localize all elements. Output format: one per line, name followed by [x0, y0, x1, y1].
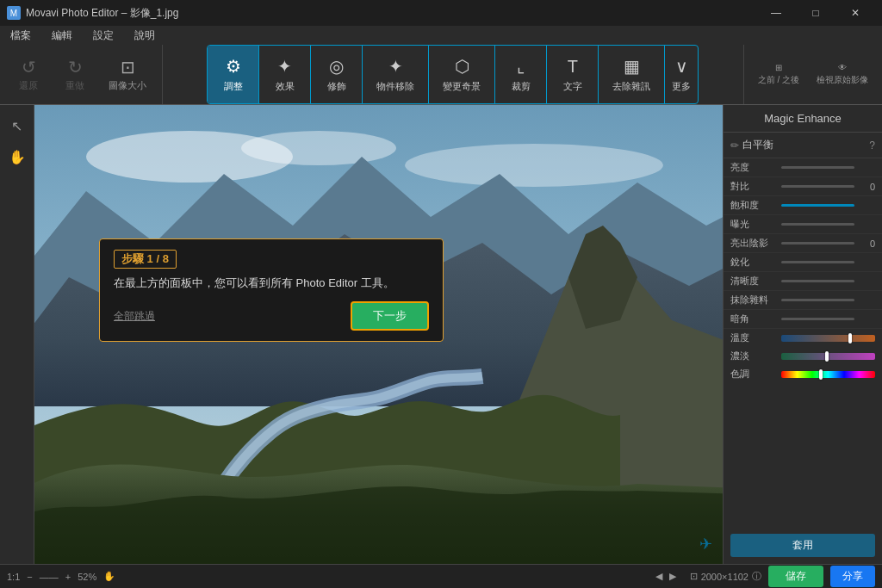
undo-button[interactable]: ↺ 還原	[7, 53, 50, 96]
tutorial-step-label: 步驟 1 / 8	[114, 250, 177, 269]
tint-slider[interactable]	[781, 353, 875, 360]
white-balance-row: ✏ 白平衡 ?	[724, 133, 882, 158]
window-title: Movavi Photo Editor – 影像_1.jpg	[26, 6, 178, 21]
canvas-area[interactable]: 步驟 1 / 8 在最上方的面板中，您可以看到所有 Photo Editor 工…	[34, 105, 723, 564]
tool-object-remove[interactable]: ✦ 物件移除	[363, 46, 429, 103]
saturation-label: 飽和度	[730, 199, 778, 212]
brightness-slider[interactable]	[781, 166, 854, 169]
saturation-slider[interactable]	[781, 204, 854, 207]
contrast-value: 0	[858, 182, 875, 192]
image-size-icon: ⊡	[121, 57, 135, 77]
nav-next[interactable]: ▶	[669, 571, 676, 582]
temperature-label: 溫度	[730, 331, 778, 344]
hue-slider[interactable]	[781, 371, 875, 378]
retouch-icon: ◎	[329, 56, 344, 77]
menu-help[interactable]: 說明	[131, 27, 158, 45]
app-icon: M	[7, 6, 21, 20]
menu-bar: 檔案 編輯 設定 說明	[0, 26, 882, 45]
save-button[interactable]: 儲存	[768, 566, 823, 587]
vignette-slider[interactable]	[781, 318, 854, 320]
tool-effects[interactable]: ✦ 效果	[259, 46, 311, 103]
help-icon[interactable]: ?	[869, 139, 875, 152]
tint-label: 濃淡	[730, 350, 778, 362]
menu-edit[interactable]: 編輯	[48, 27, 76, 45]
hand-tool[interactable]: ✋	[3, 143, 31, 170]
crop-icon: ⌞	[517, 56, 525, 77]
cursor-tool[interactable]: ↖	[3, 112, 31, 139]
eye-icon: 👁	[838, 63, 847, 72]
redo-button[interactable]: ↻ 重做	[53, 53, 96, 96]
tool-text[interactable]: T 文字	[547, 46, 599, 103]
panel-title: Magic Enhance	[724, 105, 882, 133]
brightness-row: 亮度	[724, 158, 882, 177]
clarity-slider[interactable]	[781, 280, 854, 282]
white-balance-label: 白平衡	[742, 138, 866, 152]
effects-icon: ✦	[277, 56, 292, 77]
nav-prev[interactable]: ◀	[655, 571, 662, 582]
apply-button[interactable]: 套用	[730, 534, 875, 557]
right-panel: Magic Enhance ✏ 白平衡 ? 亮度 對比 0 飽和度 曝光	[723, 105, 882, 564]
tutorial-next-button[interactable]: 下一步	[351, 301, 429, 331]
detect-original-button[interactable]: 👁 檢視原始影像	[810, 59, 875, 90]
main-area: ↖ ✋	[0, 105, 882, 564]
brightness-label: 亮度	[730, 161, 778, 174]
before-after-icon: ⊞	[775, 63, 782, 72]
shadow-label: 亮出陰影	[730, 237, 778, 250]
image-size: ⊡ 2000×1102 ⓘ	[690, 570, 761, 583]
tool-adjust[interactable]: ⚙ 調整	[208, 46, 259, 103]
status-bar: 1:1 − —— + 52% ✋ ◀ ▶ ⊡ 2000×1102 ⓘ 儲存 分享	[0, 564, 882, 588]
zoom-level: 52%	[78, 572, 96, 582]
close-button[interactable]: ✕	[835, 0, 875, 26]
tool-group: ⚙ 調整 ✦ 效果 ◎ 修飾 ✦ 物件移除 ⬡ 變更奇景 ⌞ 裁剪	[207, 45, 699, 104]
more-icon: ∨	[675, 56, 688, 77]
exposure-label: 曝光	[730, 218, 778, 231]
tutorial-skip-link[interactable]: 全部跳過	[114, 309, 155, 324]
main-toolbar: ↺ 還原 ↻ 重做 ⊡ 圖像大小 ⚙ 調整 ✦ 效果 ◎ 修飾	[0, 45, 882, 105]
zoom-slider[interactable]: ——	[40, 572, 59, 582]
menu-settings[interactable]: 設定	[90, 27, 117, 45]
shadow-slider[interactable]	[781, 242, 854, 244]
pen-icon: ✏	[730, 139, 739, 152]
shadow-value: 0	[858, 238, 875, 249]
zoom-out-button[interactable]: −	[27, 572, 32, 582]
menu-file[interactable]: 檔案	[7, 27, 34, 45]
tutorial-footer: 全部跳過 下一步	[114, 301, 429, 331]
sharpen-slider[interactable]	[781, 261, 854, 263]
tool-more[interactable]: ∨ 更多	[665, 46, 698, 103]
noise-icon: ▦	[624, 56, 640, 77]
redo-icon: ↻	[68, 57, 83, 77]
tutorial-text: 在最上方的面板中，您可以看到所有 Photo Editor 工具。	[114, 275, 429, 291]
apply-button-row: 套用	[724, 527, 882, 564]
denoise-label: 抹除雜料	[730, 294, 778, 306]
exposure-slider[interactable]	[781, 223, 854, 226]
shadow-row: 亮出陰影 0	[724, 234, 882, 253]
contrast-slider[interactable]	[781, 185, 854, 188]
maximize-button[interactable]: □	[796, 0, 835, 26]
ratio-label: 1:1	[7, 572, 20, 582]
hand-cursor-icon[interactable]: ✋	[103, 571, 115, 582]
vignette-row: 暗角	[724, 310, 882, 329]
clarity-label: 清晰度	[730, 275, 778, 288]
sharpen-label: 銳化	[730, 256, 778, 269]
temperature-row: 溫度	[724, 329, 882, 347]
zoom-in-button[interactable]: +	[65, 572, 71, 582]
svg-point-2	[241, 131, 396, 165]
before-after-button[interactable]: ⊞ 之前 / 之後	[751, 59, 806, 90]
temperature-slider[interactable]	[781, 335, 875, 342]
contrast-row: 對比 0	[724, 177, 882, 196]
tool-change-scene[interactable]: ⬡ 變更奇景	[429, 46, 495, 103]
image-size-button[interactable]: ⊡ 圖像大小	[100, 53, 155, 96]
hue-label: 色調	[730, 368, 778, 381]
vignette-label: 暗角	[730, 313, 778, 325]
tool-crop[interactable]: ⌞ 裁剪	[495, 46, 547, 103]
text-icon: T	[568, 57, 578, 77]
undo-icon: ↺	[22, 57, 36, 77]
title-bar: M Movavi Photo Editor – 影像_1.jpg — □ ✕	[0, 0, 882, 26]
denoise-slider[interactable]	[781, 299, 854, 301]
svg-point-3	[405, 144, 663, 187]
left-tools-panel: ↖ ✋	[0, 105, 34, 564]
tool-remove-noise[interactable]: ▦ 去除雜訊	[599, 46, 665, 103]
share-button[interactable]: 分享	[830, 566, 875, 587]
minimize-button[interactable]: —	[756, 0, 796, 26]
tool-retouch[interactable]: ◎ 修飾	[311, 46, 363, 103]
